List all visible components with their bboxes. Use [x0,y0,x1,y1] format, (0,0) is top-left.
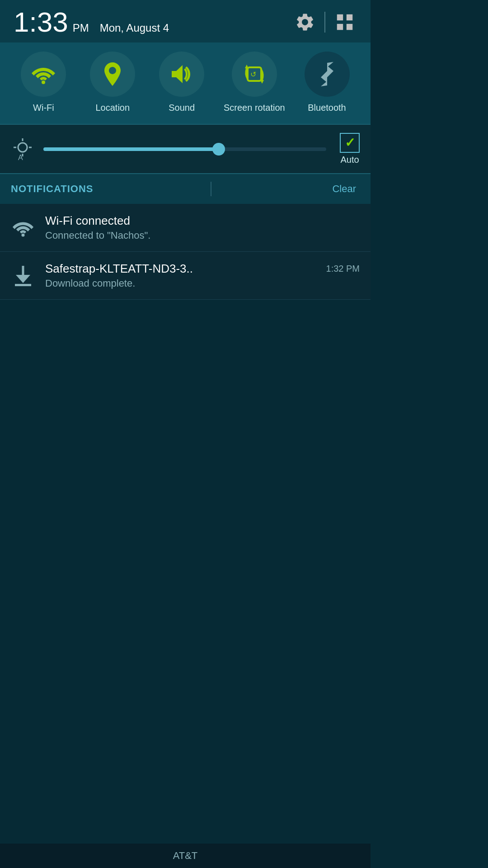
notifications-header-divider [211,182,211,196]
status-bar: 1:33 PM Mon, August 4 [0,0,371,42]
svg-rect-16 [15,284,31,286]
wifi-notif-title-row: Wi-Fi connected [45,214,360,228]
wifi-notif-content: Wi-Fi connected Connected to "Nachos". [45,214,360,241]
wifi-icon [31,64,56,84]
wifi-toggle[interactable]: Wi-Fi [16,52,70,113]
svg-rect-1 [347,14,352,20]
location-icon [102,61,123,87]
notification-download[interactable]: Safestrap-KLTEATT-ND3-3.. 1:32 PM Downlo… [0,252,371,300]
auto-brightness-icon: A [11,137,34,161]
notification-wifi[interactable]: Wi-Fi connected Connected to "Nachos". [0,204,371,252]
screen-rotation-label: Screen rotation [224,102,285,113]
svg-point-13 [21,233,24,236]
brightness-icon: A [11,137,34,161]
svg-rect-3 [347,24,352,30]
notifications-header: NOTIFICATIONS Clear [0,173,371,204]
date-display: Mon, August 4 [100,22,169,34]
wifi-toggle-button[interactable] [21,52,66,97]
sound-label: Sound [169,102,195,113]
location-toggle[interactable]: Location [85,52,140,113]
bluetooth-icon [318,61,336,87]
wifi-notif-svg [12,219,34,237]
notifications-title: NOTIFICATIONS [11,183,93,195]
brightness-slider[interactable] [43,147,326,151]
gear-icon [295,12,315,33]
svg-point-7 [18,143,27,152]
location-toggle-button[interactable] [90,52,135,97]
auto-label: Auto [340,155,359,165]
svg-rect-0 [337,14,343,20]
sound-toggle-button[interactable] [159,52,204,97]
brightness-row: A ✓ Auto [0,124,371,173]
svg-rect-2 [337,24,343,30]
clock-ampm: PM [73,22,89,34]
download-notif-time: 1:32 PM [326,264,360,274]
bluetooth-toggle[interactable]: Bluetooth [300,52,354,113]
quick-toggles-row: Wi-Fi Location Sound [9,52,361,113]
bluetooth-toggle-button[interactable] [305,52,350,97]
wifi-notif-icon [11,216,35,240]
status-time-area: 1:33 PM Mon, August 4 [14,8,169,36]
download-notif-content: Safestrap-KLTEATT-ND3-3.. 1:32 PM Downlo… [45,262,360,289]
download-notif-title: Safestrap-KLTEATT-ND3-3.. [45,262,193,276]
wifi-label: Wi-Fi [33,102,54,113]
sound-icon [169,63,194,85]
svg-point-4 [42,80,45,84]
svg-marker-15 [16,275,30,283]
download-notif-body: Download complete. [45,278,360,289]
clock-time: 1:33 [14,8,68,36]
location-label: Location [95,102,130,113]
check-mark-icon: ✓ [345,137,355,149]
download-icon-svg [13,264,33,288]
settings-button[interactable] [293,10,317,34]
bluetooth-label: Bluetooth [308,102,346,113]
brightness-thumb[interactable] [212,143,225,156]
auto-checkbox[interactable]: ✓ [340,133,360,153]
screen-rotation-icon: ↺ [242,62,267,86]
carrier-label: AT&T [173,850,198,861]
grid-view-button[interactable] [333,10,357,34]
screen-rotation-toggle[interactable]: ↺ Screen rotation [224,52,285,113]
status-icons [293,10,357,34]
download-notif-title-row: Safestrap-KLTEATT-ND3-3.. 1:32 PM [45,262,360,276]
wifi-notif-title: Wi-Fi connected [45,214,130,228]
sound-toggle[interactable]: Sound [155,52,209,113]
svg-text:A: A [18,154,23,161]
wifi-notif-body: Connected to "Nachos". [45,230,360,241]
clear-notifications-button[interactable]: Clear [328,181,360,197]
download-notif-icon [11,264,35,288]
carrier-bar: AT&T [0,844,371,868]
grid-icon [334,12,355,33]
quick-settings-panel: Wi-Fi Location Sound [0,42,371,124]
brightness-fill [43,147,219,151]
status-divider [324,12,325,33]
svg-text:↺: ↺ [250,71,256,78]
auto-brightness-toggle[interactable]: ✓ Auto [340,133,360,165]
screen-rotation-button[interactable]: ↺ [232,52,277,97]
